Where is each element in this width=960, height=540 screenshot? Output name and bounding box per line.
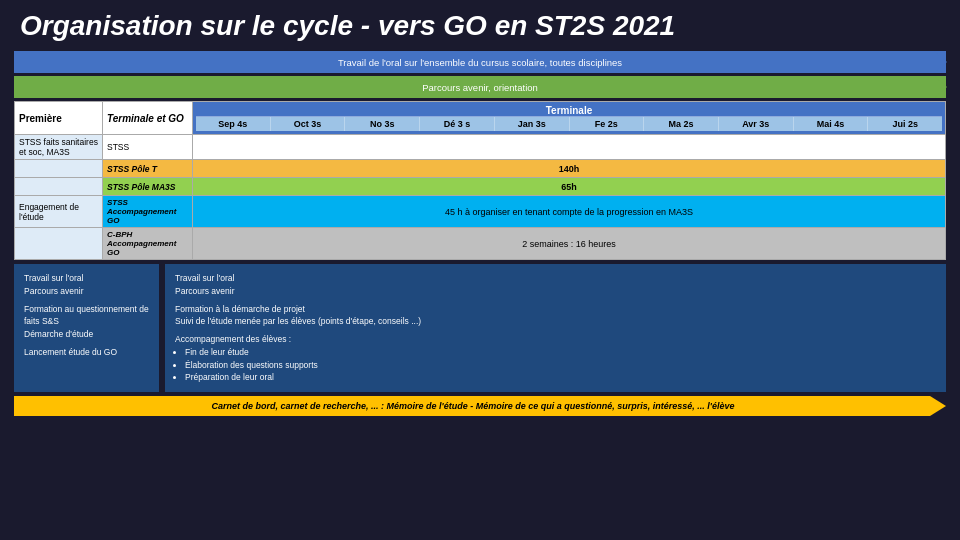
main-grid: Première Terminale et GO Terminale Sep 4… [14,101,946,260]
bullet-fin: Fin de leur étude [185,346,936,359]
bar-pole-t: 140h [193,160,945,177]
grid-header: Première Terminale et GO Terminale Sep 4… [15,102,945,135]
month-mai: Mai 4s [794,117,869,131]
stss-content-empty [193,135,945,159]
left-para2: Formation au questionnement de faits S&S… [24,303,149,341]
header-terminale-block: Terminale Sep 4s Oct 3s No 3s Dé 3 s Jan… [193,102,945,134]
row-cbph: C-BPH Accompagnement GO 2 semaines : 16 … [15,228,945,259]
right-para3: Accompagnement des élèves : Fin de leur … [175,333,936,384]
premiere-label-stss: STSS faits sanitaires et soc, MA3S [15,135,103,159]
info-box-left: Travail sur l'oral Parcours avenir Forma… [14,264,159,392]
page-title: Organisation sur le cycle - vers GO en S… [0,0,960,48]
month-feb: Fe 2s [570,117,645,131]
subtype-cbph: C-BPH Accompagnement GO [103,228,193,259]
right-para1: Travail sur l'oral Parcours avenir [175,272,936,298]
row-stss-plain: STSS faits sanitaires et soc, MA3S STSS [15,135,945,160]
bullet-elaboration: Élaboration des questions supports [185,359,936,372]
month-jui: Jui 2s [868,117,942,131]
subtype-pole-t: STSS Pôle T [103,160,193,177]
premiere-label-stss3 [15,178,103,195]
month-sep: Sep 4s [196,117,271,131]
month-headers: Sep 4s Oct 3s No 3s Dé 3 s Jan 3s Fe 2s … [196,116,942,131]
right-para2: Formation à la démarche de projet Suivi … [175,303,936,329]
row-stss-pole-ma3s: STSS Pôle MA3S 65h [15,178,945,196]
header-premiere: Première [15,102,103,134]
month-dec: Dé 3 s [420,117,495,131]
month-jan: Jan 3s [495,117,570,131]
month-avr: Avr 3s [719,117,794,131]
bullet-preparation: Préparation de leur oral [185,371,936,384]
bottom-section: Travail sur l'oral Parcours avenir Forma… [14,264,946,392]
month-oct: Oct 3s [271,117,346,131]
bar-cbph: 2 semaines : 16 heures [193,228,945,259]
accompagnement-list: Fin de leur étude Élaboration des questi… [185,346,936,384]
premiere-label-engagement: Engagement de l'étude [15,196,103,227]
premiere-label-stss2 [15,160,103,177]
subtype-stss: STSS [103,135,193,159]
row-engagement-go: Engagement de l'étude STSS Accompagnemen… [15,196,945,228]
left-para3: Lancement étude du GO [24,346,149,359]
premiere-label-cbph [15,228,103,259]
row-stss-pole-t: STSS Pôle T 140h [15,160,945,178]
bar-pole-ma3s: 65h [193,178,945,195]
left-para1: Travail sur l'oral Parcours avenir [24,272,149,298]
info-box-right: Travail sur l'oral Parcours avenir Forma… [165,264,946,392]
subtype-pole-ma3s: STSS Pôle MA3S [103,178,193,195]
header-terminale-go: Terminale et GO [103,102,193,134]
bottom-arrow-area: Carnet de bord, carnet de recherche, ...… [14,396,946,416]
subtype-accompagnement-go: STSS Accompagnement GO [103,196,193,227]
arrow1-label: Travail de l'oral sur l'ensemble du curs… [14,57,946,68]
month-nov: No 3s [345,117,420,131]
month-mar: Ma 2s [644,117,719,131]
bar-accompagnement-go: 45 h à organiser en tenant compte de la … [193,196,945,227]
bottom-arrow: Carnet de bord, carnet de recherche, ...… [14,396,946,416]
bottom-arrow-text: Carnet de bord, carnet de recherche, ...… [212,401,735,411]
arrow2-label: Parcours avenir, orientation [14,82,946,93]
